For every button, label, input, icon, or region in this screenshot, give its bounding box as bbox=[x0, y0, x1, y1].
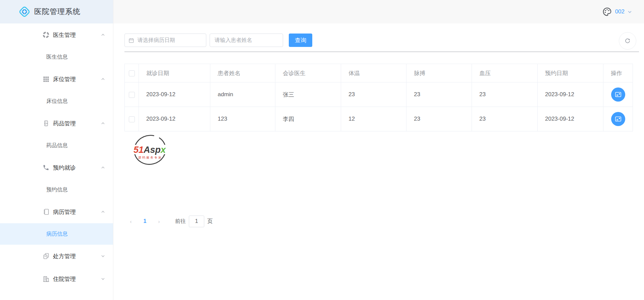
sidebar-group-prescription[interactable]: 处方管理 bbox=[0, 245, 113, 267]
table-header-row: 就诊日期 患者姓名 会诊医生 体温 脉搏 血压 预约日期 操作 bbox=[125, 64, 633, 82]
cabinet-icon bbox=[42, 119, 50, 127]
row-checkbox[interactable] bbox=[129, 92, 135, 98]
sidebar-sub-label: 医生信息 bbox=[46, 54, 68, 61]
search-button[interactable]: 查询 bbox=[289, 34, 312, 47]
chevron-up-icon bbox=[101, 33, 105, 37]
col-patient-name: 患者姓名 bbox=[210, 64, 275, 82]
cell-pulse: 23 bbox=[407, 107, 472, 131]
col-actions: 操作 bbox=[603, 64, 633, 82]
cell-blood-pressure: 23 bbox=[472, 107, 538, 131]
cell-visit-date: 2023-09-12 bbox=[139, 82, 210, 107]
51aspx-watermark-logo: 51Aspx 源码服务专家 bbox=[129, 133, 170, 166]
grid-icon bbox=[42, 75, 50, 83]
col-blood-pressure: 血压 bbox=[472, 64, 538, 82]
sidebar-item-drug-info[interactable]: 药品信息 bbox=[0, 135, 113, 156]
sidebar-item-appointment-info[interactable]: 预约信息 bbox=[0, 179, 113, 200]
sidebar-menu: 医生管理 医生信息 床位管理 床位信息 bbox=[0, 23, 113, 290]
records-table: 就诊日期 患者姓名 会诊医生 体温 脉搏 血压 预约日期 操作 2023-09-… bbox=[124, 64, 633, 131]
chevron-up-icon bbox=[101, 77, 105, 81]
palette-icon bbox=[602, 7, 612, 17]
sidebar-item-record-info[interactable]: 病历信息 bbox=[0, 223, 113, 245]
sidebar-group-doctor[interactable]: 医生管理 bbox=[0, 23, 113, 46]
sidebar-group-label: 床位管理 bbox=[53, 75, 76, 83]
sidebar-group-drug[interactable]: 药品管理 bbox=[0, 112, 113, 135]
prev-page-button[interactable]: ‹ bbox=[127, 219, 135, 224]
chevron-down-icon bbox=[628, 10, 632, 14]
sidebar-group-bed[interactable]: 床位管理 bbox=[0, 68, 113, 91]
svg-text:51Aspx: 51Aspx bbox=[133, 145, 166, 155]
cell-temperature: 23 bbox=[341, 82, 407, 107]
table-row: 2023-09-12 admin 张三 23 23 23 2023-09-12 bbox=[125, 82, 633, 107]
page-suffix-label: 页 bbox=[207, 218, 213, 225]
help-circle-icon bbox=[42, 31, 50, 39]
notebook-icon bbox=[42, 208, 50, 216]
next-page-button[interactable]: › bbox=[155, 219, 163, 224]
sidebar-group-label: 病历管理 bbox=[53, 208, 76, 216]
pagination: ‹ 1 › 前往 页 bbox=[127, 215, 213, 227]
cell-visit-date: 2023-09-12 bbox=[139, 107, 210, 131]
postcard-icon bbox=[614, 115, 622, 123]
record-date-input[interactable] bbox=[124, 34, 206, 47]
cell-appointment-date: 2023-09-12 bbox=[538, 107, 603, 131]
hospital-cross-icon bbox=[18, 5, 31, 18]
goto-page-input[interactable] bbox=[189, 216, 204, 227]
sidebar-group-label: 预约就诊 bbox=[53, 164, 76, 172]
office-building-icon bbox=[42, 275, 50, 283]
sidebar-sub-label: 病历信息 bbox=[46, 231, 68, 238]
row-checkbox[interactable] bbox=[129, 116, 135, 122]
app-logo: 医院管理系统 bbox=[0, 0, 113, 23]
cell-doctor: 李四 bbox=[275, 107, 341, 131]
view-record-button[interactable] bbox=[611, 87, 625, 102]
cell-doctor: 张三 bbox=[275, 82, 341, 107]
goto-label: 前往 bbox=[175, 218, 186, 225]
main-content: 查询 就诊日期 患者姓名 会诊医生 体温 脉搏 血压 预约日期 操作 bbox=[113, 23, 644, 300]
page-number-current[interactable]: 1 bbox=[141, 218, 149, 224]
refresh-icon bbox=[624, 38, 631, 44]
sidebar-item-doctor-info[interactable]: 医生信息 bbox=[0, 46, 113, 68]
sidebar-sub-label: 预约信息 bbox=[46, 186, 68, 193]
col-appointment-date: 预约日期 bbox=[538, 64, 603, 82]
sidebar-sub-label: 药品信息 bbox=[46, 142, 68, 149]
sidebar-sub-label: 床位信息 bbox=[46, 98, 68, 105]
col-pulse: 脉搏 bbox=[407, 64, 472, 82]
sidebar-item-bed-info[interactable]: 床位信息 bbox=[0, 91, 113, 112]
sidebar-group-hospitalization[interactable]: 住院管理 bbox=[0, 267, 113, 290]
sidebar-group-label: 药品管理 bbox=[53, 120, 76, 127]
refresh-button[interactable] bbox=[619, 32, 636, 50]
view-record-button[interactable] bbox=[611, 112, 625, 126]
chevron-up-icon bbox=[101, 121, 105, 125]
col-doctor: 会诊医生 bbox=[275, 64, 341, 82]
cell-temperature: 12 bbox=[341, 107, 407, 131]
cell-patient-name: 123 bbox=[210, 107, 275, 131]
chevron-down-icon bbox=[101, 277, 105, 281]
sidebar-group-label: 住院管理 bbox=[53, 275, 76, 283]
phone-icon bbox=[42, 164, 50, 172]
app-title: 医院管理系统 bbox=[34, 7, 80, 17]
sidebar-group-label: 处方管理 bbox=[53, 252, 76, 260]
chevron-up-icon bbox=[101, 166, 105, 170]
document-copy-icon bbox=[42, 252, 50, 260]
filter-divider bbox=[124, 52, 639, 52]
sidebar-group-record[interactable]: 病历管理 bbox=[0, 200, 113, 223]
sidebar-group-appointment[interactable]: 预约就诊 bbox=[0, 156, 113, 179]
sidebar-group-label: 医生管理 bbox=[53, 31, 76, 39]
col-visit-date: 就诊日期 bbox=[139, 64, 210, 82]
cell-patient-name: admin bbox=[210, 82, 275, 107]
username: 002 bbox=[615, 8, 625, 15]
patient-name-input[interactable] bbox=[210, 34, 283, 47]
cell-appointment-date: 2023-09-12 bbox=[538, 82, 603, 107]
user-dropdown[interactable]: 002 bbox=[602, 7, 632, 17]
cell-pulse: 23 bbox=[407, 82, 472, 107]
top-header: 002 bbox=[113, 0, 644, 23]
svg-text:源码服务专家: 源码服务专家 bbox=[138, 156, 162, 159]
col-temperature: 体温 bbox=[341, 64, 407, 82]
chevron-up-icon bbox=[101, 210, 105, 214]
chevron-down-icon bbox=[101, 254, 105, 258]
cell-blood-pressure: 23 bbox=[472, 82, 538, 107]
table-row: 2023-09-12 123 李四 12 23 23 2023-09-12 bbox=[125, 107, 633, 131]
sidebar: 医院管理系统 医生管理 医生信息 bbox=[0, 0, 113, 300]
postcard-icon bbox=[614, 91, 622, 98]
select-all-checkbox[interactable] bbox=[129, 70, 135, 76]
